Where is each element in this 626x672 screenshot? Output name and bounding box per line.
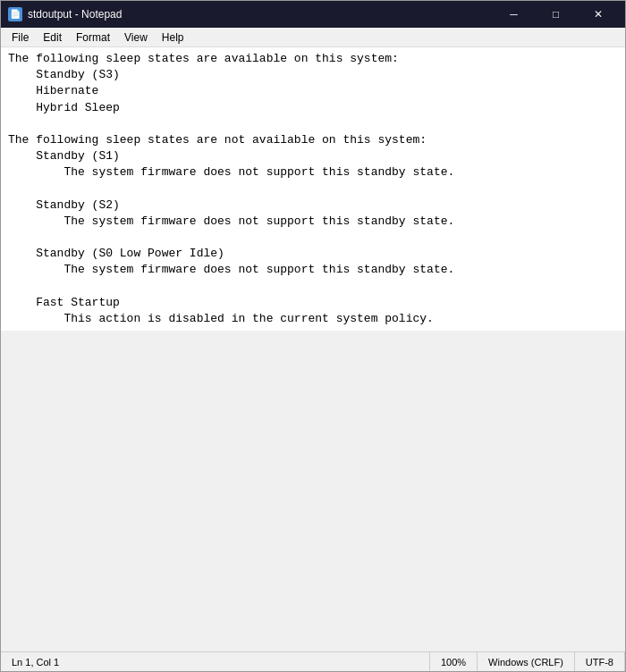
close-button[interactable]: ✕ [578, 1, 618, 28]
notepad-window: 📄 stdoutput - Notepad ─ □ ✕ File Edit Fo… [0, 0, 626, 672]
editor-content[interactable]: The following sleep states are available… [1, 47, 625, 331]
status-line-ending: Windows (CRLF) [478, 652, 575, 671]
editor-scroll-area: The following sleep states are available… [1, 47, 625, 651]
title-bar-left: 📄 stdoutput - Notepad [8, 7, 122, 21]
menu-edit[interactable]: Edit [36, 29, 69, 46]
minimize-button[interactable]: ─ [494, 1, 534, 28]
status-position: Ln 1, Col 1 [1, 652, 430, 671]
menu-view[interactable]: View [117, 29, 155, 46]
menu-format[interactable]: Format [69, 29, 117, 46]
window-title: stdoutput - Notepad [28, 8, 122, 21]
status-bar: Ln 1, Col 1 100% Windows (CRLF) UTF-8 [1, 651, 625, 671]
window-controls: ─ □ ✕ [494, 1, 618, 28]
status-zoom: 100% [430, 652, 478, 671]
maximize-button[interactable]: □ [536, 1, 576, 28]
app-icon: 📄 [8, 7, 22, 21]
status-encoding: UTF-8 [575, 652, 625, 671]
editor-scroll-content[interactable]: The following sleep states are available… [1, 47, 625, 651]
title-bar: 📄 stdoutput - Notepad ─ □ ✕ [1, 1, 625, 28]
menu-bar: File Edit Format View Help [1, 28, 625, 47]
menu-help[interactable]: Help [155, 29, 191, 46]
menu-file[interactable]: File [4, 29, 36, 46]
